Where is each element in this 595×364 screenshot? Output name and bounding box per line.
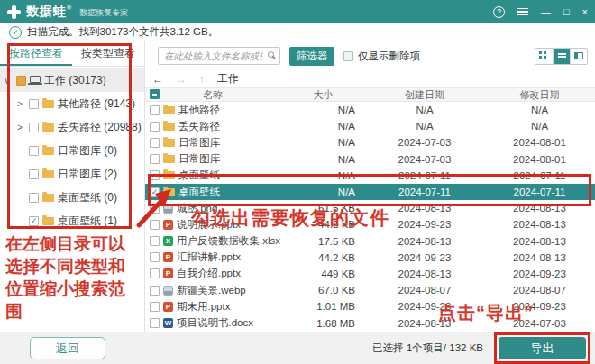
show-deleted-label: 仅显示删除项 xyxy=(358,50,420,63)
file-created-date: 2024-08-13 xyxy=(366,236,483,247)
tree-checkbox[interactable]: ✓ xyxy=(29,216,39,226)
tab-按类型查看[interactable]: 按类型查看 xyxy=(72,41,144,66)
file-name-cell: 新疆美景.webp xyxy=(145,284,280,297)
preview-view-button[interactable] xyxy=(570,49,587,64)
table-row[interactable]: ✓桌面壁纸N/A2024-07-112024-07-11 xyxy=(145,184,595,200)
table-row[interactable]: P汇报讲解.pptx44.2 KB2024-09-232024-08-13 xyxy=(145,250,595,266)
table-row[interactable]: P自我介绍.pptx449 KB2024-08-132024-09-23 xyxy=(145,266,595,282)
expander-icon[interactable]: > xyxy=(14,99,25,109)
view-mode-toggle xyxy=(535,48,588,65)
row-checkbox[interactable] xyxy=(150,105,160,115)
file-modified-date: 2024-08-13 xyxy=(483,203,595,214)
file-size: N/A xyxy=(280,121,366,132)
file-created-date: 2024-07-11 xyxy=(366,187,483,197)
tree-item-label: 丢失路径 (20988) xyxy=(58,120,142,135)
file-size: N/A xyxy=(280,170,366,181)
folder-tree: ∨工作 (30173)>其他路径 (9143)>丢失路径 (20988)日常图库… xyxy=(0,67,144,232)
row-checkbox[interactable] xyxy=(150,318,160,328)
header-size[interactable]: 大小 xyxy=(280,88,366,102)
file-name-cell: P期末用.pptx xyxy=(145,300,280,314)
table-row[interactable]: 其他路径N/AN/AN/A xyxy=(145,102,595,118)
table-row[interactable]: X用户反馈数据收集.xlsx17.5 KB2024-08-132024-08-1… xyxy=(145,233,595,250)
file-size: N/A xyxy=(280,187,366,197)
tree-checkbox[interactable] xyxy=(29,169,39,179)
nav-up-icon[interactable]: ↑ xyxy=(199,73,205,86)
show-deleted-only-option[interactable]: 仅显示删除项 xyxy=(343,50,420,63)
header-modified[interactable]: 修改日期 xyxy=(483,88,595,102)
expander-icon[interactable]: > xyxy=(14,123,25,132)
file-name-cell: W项目说明书.docx xyxy=(145,316,280,330)
row-checkbox[interactable] xyxy=(150,170,160,180)
header-created[interactable]: 创建日期 xyxy=(366,88,483,102)
row-checkbox[interactable] xyxy=(150,122,160,132)
folder-icon xyxy=(42,217,54,225)
row-checkbox[interactable] xyxy=(150,204,160,214)
nav-back-icon[interactable]: ← xyxy=(152,73,163,86)
row-checkbox[interactable] xyxy=(150,220,160,230)
file-name: 汇报讲解.pptx xyxy=(177,250,241,264)
show-deleted-checkbox[interactable] xyxy=(343,51,353,61)
row-checkbox[interactable] xyxy=(150,286,160,296)
table-row[interactable]: 日常图库N/A2024-07-032024-08-01 xyxy=(145,151,595,168)
search-input[interactable] xyxy=(158,47,280,65)
row-checkbox[interactable] xyxy=(150,154,160,164)
row-checkbox[interactable] xyxy=(150,252,160,262)
tree-item[interactable]: 日常图库 (2) xyxy=(0,162,144,186)
tree-item[interactable]: ∨工作 (30173) xyxy=(0,68,144,92)
expander-icon[interactable]: ∨ xyxy=(2,76,13,86)
table-row[interactable]: 城堡.png61.5 KB2024-08-132024-08-13 xyxy=(145,200,595,216)
row-checkbox[interactable] xyxy=(150,138,160,148)
filter-button[interactable]: 筛选器 xyxy=(289,47,334,66)
close-icon[interactable]: × xyxy=(582,7,588,17)
app-logo-icon xyxy=(7,5,21,19)
file-name: 桌面壁纸 xyxy=(178,168,220,182)
row-checkbox[interactable] xyxy=(150,268,160,278)
grid-view-button[interactable] xyxy=(536,49,553,64)
minimize-icon[interactable]: — xyxy=(541,7,551,17)
row-checkbox[interactable] xyxy=(150,302,160,312)
back-button[interactable]: 返回 xyxy=(30,337,105,359)
search-icon[interactable] xyxy=(268,51,274,58)
list-view-button[interactable] xyxy=(553,49,570,64)
grid-view-icon xyxy=(539,51,542,54)
header-name[interactable]: 名称 xyxy=(145,88,280,102)
tree-item-label: 工作 (30173) xyxy=(44,73,106,88)
tree-item[interactable]: 日常图库 (0) xyxy=(0,139,144,162)
file-created-date: 2024-09-23 xyxy=(366,301,483,312)
tree-checkbox[interactable] xyxy=(16,76,26,86)
table-row[interactable]: P说明展示.pptx44.2 KB2024-09-232024-08-13 xyxy=(145,216,595,232)
tree-checkbox[interactable] xyxy=(29,146,39,156)
row-checkbox[interactable] xyxy=(150,236,160,246)
table-row[interactable]: 新疆美景.webp67.0 KB2024-08-072024-08-07 xyxy=(145,282,595,298)
file-name: 桌面壁纸 xyxy=(178,186,220,199)
file-modified-date: 2024-07-03 xyxy=(483,318,595,329)
table-row[interactable]: 桌面壁纸N/A2024-07-112024-07-11 xyxy=(145,168,595,184)
file-name-cell: 其他路径 xyxy=(145,104,280,117)
maximize-icon[interactable]: □ xyxy=(563,7,570,17)
select-all-checkbox[interactable] xyxy=(150,89,160,99)
file-size: 67.0 KB xyxy=(280,285,366,296)
file-name: 说明展示.pptx xyxy=(177,218,241,232)
tree-item[interactable]: ✓桌面壁纸 (1) xyxy=(0,209,144,232)
laptop-icon xyxy=(30,76,41,83)
row-checkbox[interactable]: ✓ xyxy=(150,187,160,197)
tree-checkbox[interactable] xyxy=(29,193,39,203)
tree-checkbox[interactable] xyxy=(29,99,39,109)
help-icon[interactable]: ? xyxy=(493,6,505,18)
file-size: 44.2 KB xyxy=(280,219,366,230)
tree-item[interactable]: >其他路径 (9143) xyxy=(0,92,144,115)
export-button[interactable]: 导出 xyxy=(499,337,586,359)
table-row[interactable]: 丢失路径N/AN/AN/A xyxy=(145,118,595,134)
tab-按路径查看[interactable]: 按路径查看 xyxy=(0,41,72,66)
folder-icon xyxy=(163,139,175,147)
menu-icon[interactable] xyxy=(517,8,528,15)
tree-checkbox[interactable] xyxy=(29,123,39,132)
table-row[interactable]: P期末用.pptx1.01 MB2024-09-232024-09-23 xyxy=(145,298,595,314)
table-row[interactable]: 日常图库N/A2024-07-032024-08-01 xyxy=(145,134,595,150)
tree-item[interactable]: >丢失路径 (20988) xyxy=(0,115,144,139)
nav-forward-icon[interactable]: → xyxy=(176,73,187,86)
file-name: 用户反馈数据收集.xlsx xyxy=(177,234,280,248)
table-row[interactable]: W项目说明书.docx1.68 MB2024-08-132024-07-03 xyxy=(145,314,595,331)
tree-item[interactable]: 桌面壁纸 (0) xyxy=(0,186,144,209)
main-panel: 筛选器 仅显示删除项 ← → ↑ 工作 名称大小创建日期修改日期 其他路径N/A… xyxy=(144,41,595,332)
